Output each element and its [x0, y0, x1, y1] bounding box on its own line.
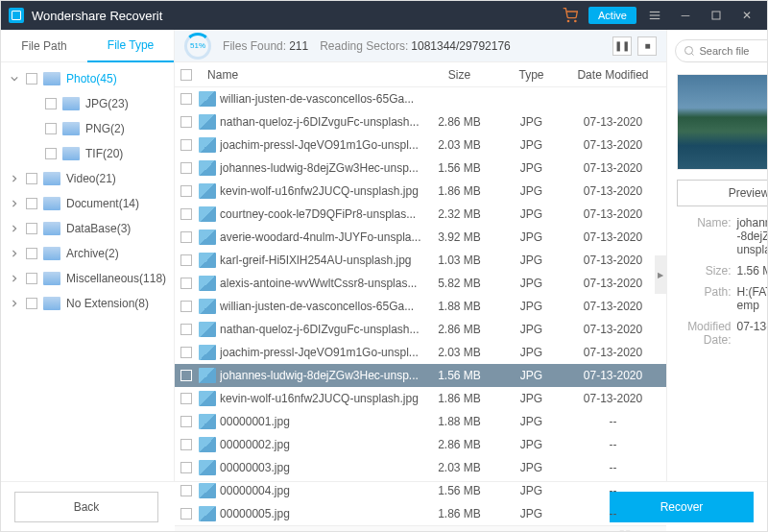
checkbox[interactable] — [180, 208, 192, 220]
file-row[interactable]: alexis-antoine-wvWwltCssr8-unsplas...5.8… — [175, 272, 666, 295]
checkbox[interactable] — [26, 173, 37, 184]
checkbox[interactable] — [26, 248, 37, 259]
checkbox[interactable] — [180, 278, 192, 289]
search-input[interactable] — [699, 45, 768, 57]
file-row[interactable]: kevin-wolf-u16nfw2JUCQ-unsplash.jpg1.86 … — [175, 180, 666, 203]
chevron-icon[interactable] — [9, 73, 20, 85]
checkbox[interactable] — [180, 231, 192, 243]
file-row[interactable]: willian-justen-de-vasconcellos-65Ga...1.… — [175, 295, 666, 318]
image-icon — [199, 391, 216, 406]
detail-date: 07-13-2020 — [736, 320, 768, 347]
header-size[interactable]: Size — [420, 68, 497, 82]
file-row[interactable]: averie-woodard-4nulm-JUYFo-unspla...3.92… — [175, 226, 666, 249]
tree-node[interactable]: No Extension(8) — [1, 291, 174, 316]
image-icon — [199, 506, 216, 521]
tree-node[interactable]: Miscellaneous(118) — [1, 266, 174, 291]
file-row[interactable]: 00000004.jpg1.56 MBJPG-- — [175, 479, 666, 502]
active-button[interactable]: Active — [588, 7, 636, 24]
close-icon[interactable]: ✕ — [734, 3, 759, 28]
checkbox[interactable] — [180, 254, 192, 266]
tab-file-type[interactable]: File Type — [87, 30, 174, 62]
file-row[interactable]: nathan-queloz-j-6DIZvguFc-unsplash...2.8… — [175, 318, 666, 341]
checkbox[interactable] — [180, 370, 192, 381]
header-name[interactable]: Name — [205, 68, 420, 82]
select-all-checkbox[interactable] — [180, 69, 192, 81]
tree-node[interactable]: Video(21) — [1, 166, 174, 191]
file-list[interactable]: willian-justen-de-vasconcellos-65Ga...na… — [175, 87, 666, 525]
file-row[interactable]: 00000001.jpg1.88 MBJPG-- — [175, 410, 666, 433]
file-row[interactable]: karl-greif-Hi5IXlH254AU-unsplash.jpg1.03… — [175, 249, 666, 272]
tree-node[interactable]: JPG(23) — [1, 91, 174, 116]
checkbox[interactable] — [26, 73, 37, 85]
tree-label: PNG(2) — [85, 122, 125, 135]
file-row[interactable]: johannes-ludwig-8dejZGw3Hec-unsp...1.56 … — [175, 157, 666, 180]
minimize-icon[interactable]: ─ — [673, 3, 698, 28]
menu-icon[interactable] — [642, 3, 667, 28]
file-name: karl-greif-Hi5IXlH254AU-unsplash.jpg — [220, 254, 420, 267]
checkbox[interactable] — [180, 347, 192, 358]
header-type[interactable]: Type — [497, 68, 564, 82]
file-row[interactable]: kevin-wolf-u16nfw2JUCQ-unsplash.jpg1.86 … — [175, 387, 666, 410]
folder-icon — [43, 222, 60, 235]
checkbox[interactable] — [26, 273, 37, 284]
chevron-icon[interactable] — [9, 298, 20, 309]
tab-file-path[interactable]: File Path — [1, 30, 87, 62]
checkbox[interactable] — [26, 223, 37, 234]
checkbox[interactable] — [180, 324, 192, 335]
checkbox[interactable] — [45, 98, 57, 109]
chevron-icon[interactable] — [9, 248, 20, 259]
tree-node[interactable]: PNG(2) — [1, 116, 174, 141]
checkbox[interactable] — [180, 185, 192, 197]
checkbox[interactable] — [180, 139, 192, 151]
tree-node[interactable]: Document(14) — [1, 191, 174, 216]
header-date[interactable]: Date Modified — [564, 68, 660, 82]
preview-button[interactable]: Preview — [677, 180, 768, 206]
checkbox[interactable] — [180, 301, 192, 312]
tree-label: Video(21) — [66, 172, 116, 185]
file-row[interactable]: courtney-cook-le7D9QFiPr8-unsplas...2.32… — [175, 203, 666, 226]
file-row[interactable]: willian-justen-de-vasconcellos-65Ga... — [175, 87, 666, 110]
checkbox[interactable] — [180, 116, 192, 128]
file-date: 07-13-2020 — [564, 115, 660, 129]
stop-button[interactable]: ■ — [637, 36, 657, 56]
tree-node[interactable]: TIF(20) — [1, 141, 174, 166]
maximize-icon[interactable] — [704, 3, 729, 28]
chevron-icon[interactable] — [9, 223, 20, 234]
scroll-right-arrow[interactable]: ▶ — [655, 255, 666, 294]
tree-node[interactable]: Archive(2) — [1, 241, 174, 266]
file-date: 07-13-2020 — [564, 138, 660, 152]
file-name: 00000003.jpg — [220, 461, 420, 474]
checkbox[interactable] — [180, 485, 192, 496]
checkbox[interactable] — [180, 162, 192, 174]
checkbox[interactable] — [26, 198, 37, 209]
svg-point-16 — [685, 47, 693, 55]
chevron-icon[interactable] — [9, 173, 20, 184]
pause-button[interactable]: ❚❚ — [612, 36, 632, 56]
chevron-icon[interactable] — [9, 198, 20, 209]
checkbox[interactable] — [180, 462, 192, 473]
checkbox[interactable] — [180, 93, 192, 105]
checkbox[interactable] — [45, 148, 57, 159]
search-box[interactable] — [675, 39, 768, 62]
file-row[interactable]: joachim-pressl-JqeVO91m1Go-unspl...2.03 … — [175, 341, 666, 364]
tree-node[interactable]: Photo(45) — [1, 66, 174, 91]
list-view-icon[interactable] — [641, 529, 657, 533]
checkbox[interactable] — [26, 298, 37, 309]
file-row[interactable]: 00000005.jpg1.86 MBJPG-- — [175, 502, 666, 525]
checkbox[interactable] — [180, 393, 192, 404]
checkbox[interactable] — [45, 123, 57, 134]
chevron-icon[interactable] — [9, 273, 20, 284]
file-row[interactable]: johannes-ludwig-8dejZGw3Hec-unsp...1.56 … — [175, 364, 666, 387]
checkbox[interactable] — [180, 508, 192, 520]
file-row[interactable]: joachim-pressl-JqeVO91m1Go-unspl...2.03 … — [175, 133, 666, 157]
cart-icon[interactable] — [558, 3, 583, 28]
checkbox[interactable] — [180, 416, 192, 427]
checkbox[interactable] — [180, 439, 192, 450]
file-row[interactable]: 00000003.jpg2.03 MBJPG-- — [175, 456, 666, 479]
file-row[interactable]: 00000002.jpg2.86 MBJPG-- — [175, 433, 666, 456]
grid-view-icon[interactable] — [618, 529, 634, 533]
file-size: 1.86 MB — [420, 392, 497, 405]
back-button[interactable]: Back — [14, 492, 158, 522]
file-row[interactable]: nathan-queloz-j-6DIZvguFc-unsplash...2.8… — [175, 110, 666, 133]
tree-node[interactable]: DataBase(3) — [1, 216, 174, 241]
